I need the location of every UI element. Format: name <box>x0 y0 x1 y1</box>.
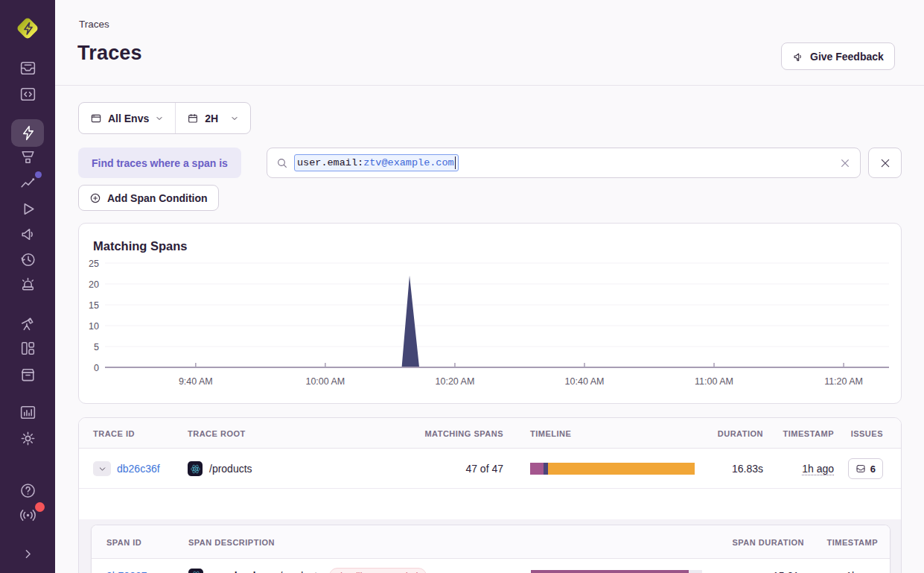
telescope-icon <box>19 314 37 333</box>
query-description-chip: Find traces where a span is <box>78 148 241 178</box>
give-feedback-label: Give Feedback <box>810 51 884 63</box>
span-timestamp[interactable]: 1h ago <box>846 559 878 573</box>
megaphone-icon <box>792 51 804 63</box>
insights-notification-dot <box>35 171 42 178</box>
environment-filter[interactable]: All Envs <box>79 103 175 133</box>
plus-circle-icon <box>89 192 101 204</box>
sidebar-item-issues[interactable] <box>0 59 55 77</box>
sidebar-item-settings[interactable] <box>0 429 55 448</box>
text-cursor <box>455 156 456 169</box>
col-span-id: SPAN ID <box>106 525 141 559</box>
span-row[interactable]: 9b78827a pageload — /products <box>92 559 890 573</box>
add-span-condition-button[interactable]: Add Span Condition <box>78 185 219 211</box>
window-icon <box>90 113 102 124</box>
sidebar-item-history[interactable] <box>0 250 55 269</box>
sidebar-collapse-button[interactable] <box>0 545 55 563</box>
play-icon <box>19 200 37 218</box>
span-status-badge: deadline_exceeded <box>329 568 426 573</box>
whats-new-notification-dot <box>35 502 45 512</box>
svg-text:10: 10 <box>89 321 99 332</box>
time-range-filter[interactable]: 2H <box>176 103 250 133</box>
profiling-icon <box>19 148 37 167</box>
token-value: ztv@example.com <box>363 157 454 168</box>
trace-issues-button[interactable]: 6 <box>848 458 883 479</box>
chevron-down-icon <box>230 114 239 123</box>
calendar-icon <box>187 113 199 124</box>
span-op: pageload <box>210 570 255 573</box>
clear-search-icon[interactable] <box>839 157 851 169</box>
siren-icon <box>19 276 37 294</box>
traces-table: TRACE ID TRACE ROOT MATCHING SPANS TIMEL… <box>78 417 902 573</box>
trace-timeline-bar <box>530 463 695 475</box>
collapse-trace-button[interactable] <box>93 461 111 476</box>
matching-spans-panel: Matching Spans 05101520259:40 AM10:00 AM… <box>78 223 902 404</box>
matching-spans-chart[interactable]: 05101520259:40 AM10:00 AM10:20 AM10:40 A… <box>79 252 902 401</box>
sidebar-item-whats-new[interactable] <box>0 506 55 525</box>
col-span-timestamp: TIMESTAMP <box>827 525 878 559</box>
sidebar-item-help[interactable] <box>0 481 55 500</box>
bar-chart-icon <box>19 403 37 422</box>
svg-text:10:20 AM: 10:20 AM <box>436 376 475 387</box>
delete-condition-button[interactable] <box>868 148 902 178</box>
sidebar-item-stats[interactable] <box>0 403 55 422</box>
search-icon <box>276 157 288 169</box>
issues-count: 6 <box>870 463 876 475</box>
sidebar-item-profiling[interactable] <box>0 148 55 167</box>
page-title: Traces <box>77 42 142 65</box>
insights-chart-icon <box>19 174 37 192</box>
span-id-link[interactable]: 9b78827a <box>106 559 153 573</box>
sidebar-item-replays[interactable] <box>0 200 55 218</box>
broadcast-icon <box>19 506 37 525</box>
svg-text:25: 25 <box>89 259 99 269</box>
page-filter-bar: All Envs 2H <box>78 102 251 134</box>
svg-text:9:40 AM: 9:40 AM <box>179 376 213 387</box>
sentry-logo-icon[interactable] <box>13 13 42 43</box>
clock-history-icon <box>19 250 37 269</box>
projects-icon <box>19 85 37 104</box>
svg-text:15: 15 <box>89 300 99 311</box>
give-feedback-button[interactable]: Give Feedback <box>781 42 895 70</box>
col-trace-id: TRACE ID <box>93 418 135 449</box>
spans-table: SPAN ID SPAN DESCRIPTION SPAN DURATION T… <box>91 525 890 573</box>
col-matching-spans: MATCHING SPANS <box>424 418 503 449</box>
trace-row[interactable]: db26c36f /products 47 of 47 16.83s 1h ag… <box>79 449 901 489</box>
span-duration-bar <box>531 570 702 573</box>
matching-spans-count: 47 of 47 <box>465 449 503 489</box>
span-search-input[interactable]: user.email: ztv@example.com <box>267 148 861 178</box>
svg-text:10:00 AM: 10:00 AM <box>305 376 345 387</box>
sidebar-item-discover[interactable] <box>0 314 55 333</box>
sidebar-item-explore-active[interactable] <box>11 119 44 147</box>
sidebar-item-insights[interactable] <box>0 174 55 192</box>
dashboards-icon <box>19 339 37 358</box>
col-timeline: TIMELINE <box>530 418 571 449</box>
trace-timestamp[interactable]: 1h ago <box>802 449 834 489</box>
col-span-duration: SPAN DURATION <box>732 525 804 559</box>
add-span-condition-label: Add Span Condition <box>107 192 208 204</box>
chevron-right-icon <box>19 545 37 563</box>
help-icon <box>19 481 37 500</box>
chevron-down-icon <box>98 465 106 473</box>
archive-icon <box>19 365 37 384</box>
breadcrumb[interactable]: Traces <box>79 19 109 30</box>
sidebar-item-dashboards[interactable] <box>0 339 55 358</box>
trace-duration: 16.83s <box>732 449 763 489</box>
lightning-icon <box>19 124 37 142</box>
svg-text:11:20 AM: 11:20 AM <box>824 376 863 387</box>
col-issues: ISSUES <box>851 418 883 449</box>
svg-text:5: 5 <box>94 342 99 352</box>
sidebar-item-feedback[interactable] <box>0 225 55 244</box>
separator: — <box>262 570 273 573</box>
trace-id-link[interactable]: db26c36f <box>117 449 160 489</box>
sidebar-item-projects[interactable] <box>0 85 55 104</box>
trace-root: /products <box>209 463 252 475</box>
span-duration: 15.21s <box>773 559 804 573</box>
megaphone-icon <box>19 225 37 244</box>
react-platform-icon <box>188 569 203 573</box>
issues-icon <box>19 59 37 77</box>
sidebar-item-releases[interactable] <box>0 365 55 384</box>
header-divider <box>55 85 924 86</box>
sidebar-item-alerts[interactable] <box>0 276 55 294</box>
react-platform-icon <box>188 461 203 476</box>
col-span-description: SPAN DESCRIPTION <box>188 525 275 559</box>
search-token[interactable]: user.email: ztv@example.com <box>294 154 459 171</box>
